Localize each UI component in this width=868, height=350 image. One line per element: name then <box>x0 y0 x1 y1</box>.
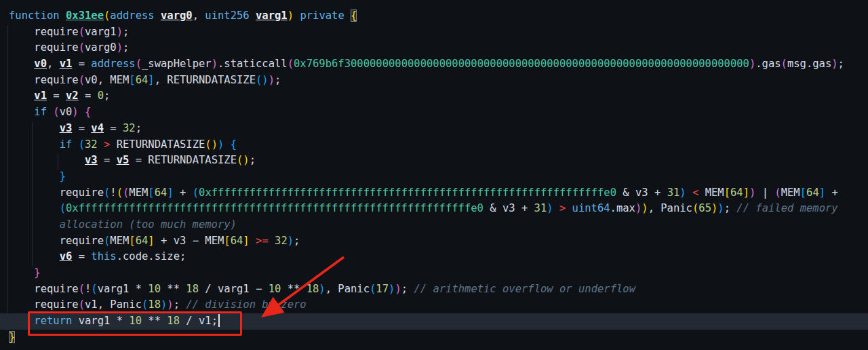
code-token: 64 <box>806 187 819 199</box>
code-token: .code.size; <box>117 250 186 262</box>
code-line-3[interactable]: require(varg0); <box>0 40 868 56</box>
code-token: v4 <box>91 122 104 134</box>
code-token: ) <box>117 41 123 54</box>
code-token: ( <box>91 283 97 295</box>
code-token: 18 <box>307 283 319 295</box>
code-token: if <box>60 138 73 151</box>
code-token: ( <box>692 202 698 214</box>
code-token: ) <box>711 202 717 214</box>
code-token: uint64 <box>572 202 610 214</box>
code-line-11[interactable]: } <box>0 169 868 185</box>
code-token: 32 <box>275 235 288 247</box>
code-token: require <box>9 298 79 311</box>
code-token: ] <box>148 235 154 247</box>
code-token: address <box>91 58 135 70</box>
code-token <box>686 187 692 199</box>
code-token: 64 <box>155 187 167 199</box>
code-token: v3 <box>85 154 98 166</box>
code-line-16[interactable]: v6 = this.code.size; <box>0 249 868 265</box>
code-token <box>9 58 34 70</box>
code-line-14[interactable]: allocation (too much memory) <box>0 217 868 233</box>
code-token: ) <box>167 298 173 311</box>
code-token <box>250 9 256 22</box>
code-line-17[interactable]: } <box>0 265 868 281</box>
code-token: 18 <box>148 298 161 311</box>
code-token: require <box>9 187 104 199</box>
code-token: ( <box>370 283 376 295</box>
code-token: 64 <box>730 187 743 199</box>
code-line-8[interactable]: v3 = v4 = 32; <box>0 121 868 137</box>
code-token: ( <box>123 187 129 199</box>
code-line-7[interactable]: if (v0) { <box>0 104 868 121</box>
code-token: _swapHelper <box>142 58 212 70</box>
code-token <box>72 138 78 151</box>
code-token: < <box>692 187 698 199</box>
code-token: , <box>47 58 60 70</box>
code-line-1[interactable]: function 0x31ee(address varg0, uint256 v… <box>0 8 868 24</box>
code-token: ) <box>72 106 78 118</box>
code-token: ) <box>635 202 642 214</box>
code-line-12[interactable]: require(!((MEM[64] + (0xffffffffffffffff… <box>0 185 868 201</box>
code-token <box>9 138 60 151</box>
code-token: 64 <box>136 74 149 86</box>
code-token: = <box>72 58 91 70</box>
code-token: + v3 − MEM <box>155 235 224 247</box>
code-token: .gas <box>755 58 781 70</box>
code-token: ] <box>148 74 154 86</box>
code-token: = <box>98 154 117 166</box>
code-line-5[interactable]: require(v0, MEM[64], RETURNDATASIZE()); <box>0 73 868 89</box>
code-line-13[interactable]: (0xfffffffffffffffffffffffffffffffffffff… <box>0 201 868 217</box>
code-token: ) <box>319 283 325 295</box>
code-token: ) <box>717 202 724 214</box>
code-area[interactable]: function 0x31ee(address varg0, uint256 v… <box>0 0 868 345</box>
code-token: ) <box>288 9 294 22</box>
code-token: MEM <box>781 187 800 199</box>
code-token: v0 <box>34 58 47 70</box>
code-token: require <box>9 283 79 295</box>
code-token: 32 <box>123 122 136 134</box>
code-line-2[interactable]: require(varg1); <box>0 24 868 41</box>
code-token: ( <box>288 58 294 70</box>
code-token <box>9 154 85 166</box>
annotation-highlight-box <box>28 311 242 336</box>
code-token: ; <box>123 41 129 54</box>
code-token: varg1 <box>256 9 288 22</box>
code-token: .max <box>610 202 635 214</box>
code-token: this <box>91 250 116 262</box>
code-line-6[interactable]: v1 = v2 = 0; <box>0 88 868 104</box>
code-line-10[interactable]: v3 = v5 = RETURNDATASIZE(); <box>0 153 868 169</box>
code-token: ( <box>142 298 148 311</box>
code-token: MEM <box>129 187 148 199</box>
code-token <box>9 122 60 134</box>
code-token: = RETURNDATASIZE <box>129 154 237 166</box>
code-token: 0x769b6f30000000000000000000000000000000… <box>294 58 749 70</box>
code-line-18[interactable]: require(!(varg1 * 10 ** 18 / varg1 − 10 … <box>0 281 868 298</box>
code-token: ; <box>724 202 737 214</box>
code-token: if <box>34 106 47 118</box>
code-token: v2 <box>66 90 79 102</box>
code-line-15[interactable]: require(MEM[64] + v3 − MEM[64] >= 32); <box>0 233 868 250</box>
code-token: } <box>60 170 66 182</box>
code-token: = <box>47 90 66 102</box>
code-token <box>79 106 85 118</box>
code-line-9[interactable]: if (32 > RETURNDATASIZE()) { <box>0 137 868 153</box>
code-token: & v3 + <box>616 187 667 199</box>
code-token: () <box>237 154 250 166</box>
code-token: ) <box>679 187 686 199</box>
code-token: v1 <box>60 58 73 70</box>
code-token: ** <box>161 283 186 295</box>
code-token: & v3 + <box>484 202 534 214</box>
code-token <box>47 106 53 118</box>
code-token: ( <box>79 138 85 151</box>
code-token: = <box>104 122 123 134</box>
code-token: [ <box>800 187 806 199</box>
code-token: ( <box>79 283 85 295</box>
code-token: ; <box>401 283 414 295</box>
code-token: { <box>85 106 91 118</box>
code-token: () <box>256 74 269 86</box>
code-token: 0 <box>98 90 104 102</box>
code-token: v3 <box>60 122 73 134</box>
code-token: , <box>193 9 205 22</box>
code-line-4[interactable]: v0, v1 = address(_swapHelper).staticcall… <box>0 56 868 73</box>
code-token: RETURNDATASIZE <box>110 138 205 151</box>
